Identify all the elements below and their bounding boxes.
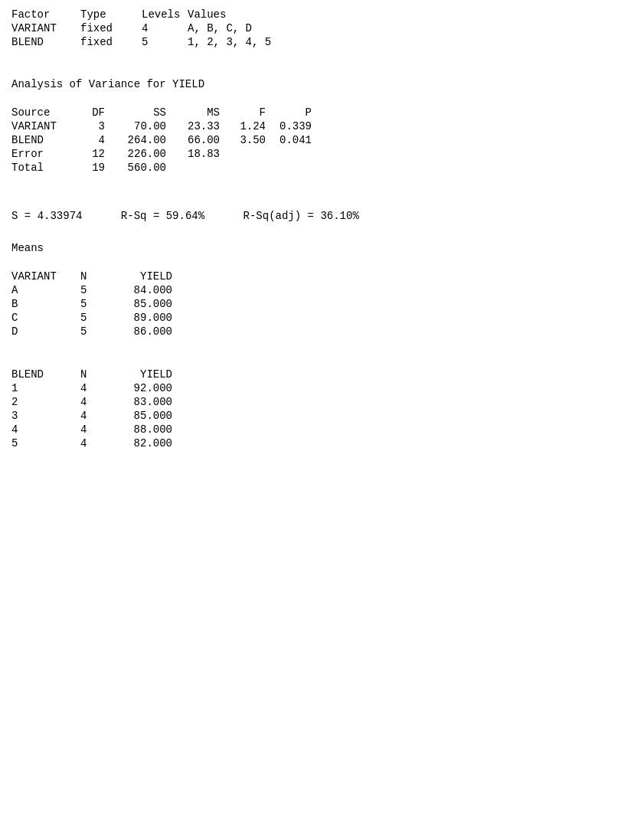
anova-col-source: Source <box>11 106 80 119</box>
spacer-inline-2 <box>211 210 237 222</box>
blend-means-table: BLEND N YIELD 1 4 92.000 2 4 83.000 3 4 … <box>11 368 172 450</box>
anova-cell-source: Total <box>11 161 80 175</box>
factors-section: Factor Type Levels Values VARIANT fixed … <box>11 8 633 49</box>
anova-cell-p: 0.339 <box>272 119 318 133</box>
blend-cell-yield: 83.000 <box>111 395 172 409</box>
factors-col-header-values: Values <box>188 8 341 21</box>
factors-col-header-type: Type <box>80 8 142 21</box>
anova-col-p: P <box>272 106 318 119</box>
anova-table: Source DF SS MS F P VARIANT 3 70.00 23.3… <box>11 106 318 175</box>
equals-2: = <box>153 210 166 222</box>
factors-cell-type: fixed <box>80 35 142 49</box>
variant-cell-factor: B <box>11 297 80 311</box>
blend-means-row: 4 4 88.000 <box>11 423 172 436</box>
anova-cell-ss: 70.00 <box>111 119 172 133</box>
blend-means-row: 3 4 85.000 <box>11 409 172 423</box>
anova-cell-p <box>272 161 318 175</box>
blend-cell-factor: 2 <box>11 395 80 409</box>
anova-cell-ms: 66.00 <box>172 133 226 147</box>
factors-row: BLEND fixed 5 1, 2, 3, 4, 5 <box>11 35 341 49</box>
blend-cell-yield: 88.000 <box>111 423 172 436</box>
s-label: S <box>11 210 18 222</box>
anova-cell-source: BLEND <box>11 133 80 147</box>
spacer-2 <box>11 98 633 106</box>
spacer-5 <box>11 262 633 270</box>
rsq-label: R-Sq <box>121 210 147 222</box>
blend-cell-yield: 82.000 <box>111 436 172 450</box>
equals-3: = <box>308 210 321 222</box>
blend-means-section: BLEND N YIELD 1 4 92.000 2 4 83.000 3 4 … <box>11 368 633 450</box>
variant-means-section: VARIANT N YIELD A 5 84.000 B 5 85.000 C … <box>11 270 633 338</box>
anova-row: Total 19 560.00 <box>11 161 318 175</box>
variant-cell-n: 5 <box>80 311 111 325</box>
anova-col-df: DF <box>80 106 111 119</box>
blend-col-factor: BLEND <box>11 368 80 381</box>
factors-col-header-factor: Factor <box>11 8 80 21</box>
spacer-4 <box>11 228 633 242</box>
anova-col-f: F <box>226 106 272 119</box>
anova-cell-ms: 18.83 <box>172 147 226 161</box>
blend-cell-n: 4 <box>80 436 111 450</box>
means-title: Means <box>11 242 633 254</box>
anova-cell-df: 3 <box>80 119 111 133</box>
variant-means-header: VARIANT N YIELD <box>11 270 172 283</box>
factors-header-row: Factor Type Levels Values <box>11 8 341 21</box>
rsq-value: 59.64% <box>166 210 204 222</box>
variant-means-row: A 5 84.000 <box>11 283 172 297</box>
blend-col-yield: YIELD <box>111 368 172 381</box>
anova-cell-ms: 23.33 <box>172 119 226 133</box>
spacer-inline-1 <box>89 210 115 222</box>
anova-cell-f: 1.24 <box>226 119 272 133</box>
blend-cell-yield: 85.000 <box>111 409 172 423</box>
anova-cell-ss: 226.00 <box>111 147 172 161</box>
anova-cell-source: Error <box>11 147 80 161</box>
rsq-adj-value: 36.10% <box>320 210 358 222</box>
anova-row: VARIANT 3 70.00 23.33 1.24 0.339 <box>11 119 318 133</box>
factors-col-header-levels: Levels <box>142 8 188 21</box>
variant-cell-factor: A <box>11 283 80 297</box>
anova-title: Analysis of Variance for YIELD <box>11 78 633 90</box>
variant-cell-yield: 89.000 <box>111 311 172 325</box>
anova-header-row: Source DF SS MS F P <box>11 106 318 119</box>
s-value: 4.33974 <box>38 210 83 222</box>
variant-cell-n: 5 <box>80 297 111 311</box>
factors-cell-levels: 4 <box>142 21 188 35</box>
factors-row: VARIANT fixed 4 A, B, C, D <box>11 21 341 35</box>
blend-cell-factor: 3 <box>11 409 80 423</box>
variant-cell-yield: 85.000 <box>111 297 172 311</box>
variant-cell-factor: C <box>11 311 80 325</box>
variant-col-factor: VARIANT <box>11 270 80 283</box>
anova-row: BLEND 4 264.00 66.00 3.50 0.041 <box>11 133 318 147</box>
variant-means-table: VARIANT N YIELD A 5 84.000 B 5 85.000 C … <box>11 270 172 338</box>
rsq-adj-label: R-Sq(adj) <box>244 210 302 222</box>
blend-col-n: N <box>80 368 111 381</box>
anova-cell-df: 4 <box>80 133 111 147</box>
variant-cell-yield: 86.000 <box>111 325 172 338</box>
blend-cell-factor: 1 <box>11 381 80 395</box>
anova-cell-f <box>226 147 272 161</box>
variant-cell-n: 5 <box>80 283 111 297</box>
blend-cell-n: 4 <box>80 409 111 423</box>
factors-cell-values: 1, 2, 3, 4, 5 <box>188 35 341 49</box>
factors-cell-factor: BLEND <box>11 35 80 49</box>
variant-means-row: B 5 85.000 <box>11 297 172 311</box>
factors-cell-factor: VARIANT <box>11 21 80 35</box>
blend-means-row: 2 4 83.000 <box>11 395 172 409</box>
factors-cell-levels: 5 <box>142 35 188 49</box>
blend-cell-n: 4 <box>80 381 111 395</box>
anova-col-ms: MS <box>172 106 226 119</box>
factors-table: Factor Type Levels Values VARIANT fixed … <box>11 8 341 49</box>
variant-col-yield: YIELD <box>111 270 172 283</box>
anova-cell-f <box>226 161 272 175</box>
anova-row: Error 12 226.00 18.83 <box>11 147 318 161</box>
anova-cell-df: 12 <box>80 147 111 161</box>
anova-cell-p <box>272 147 318 161</box>
variant-means-row: D 5 86.000 <box>11 325 172 338</box>
stats-line: S = 4.33974 R-Sq = 59.64% R-Sq(adj) = 36… <box>11 210 633 222</box>
anova-cell-ms <box>172 161 226 175</box>
variant-cell-factor: D <box>11 325 80 338</box>
anova-col-ss: SS <box>111 106 172 119</box>
anova-cell-p: 0.041 <box>272 133 318 147</box>
anova-cell-ss: 560.00 <box>111 161 172 175</box>
equals-1: = <box>25 210 38 222</box>
